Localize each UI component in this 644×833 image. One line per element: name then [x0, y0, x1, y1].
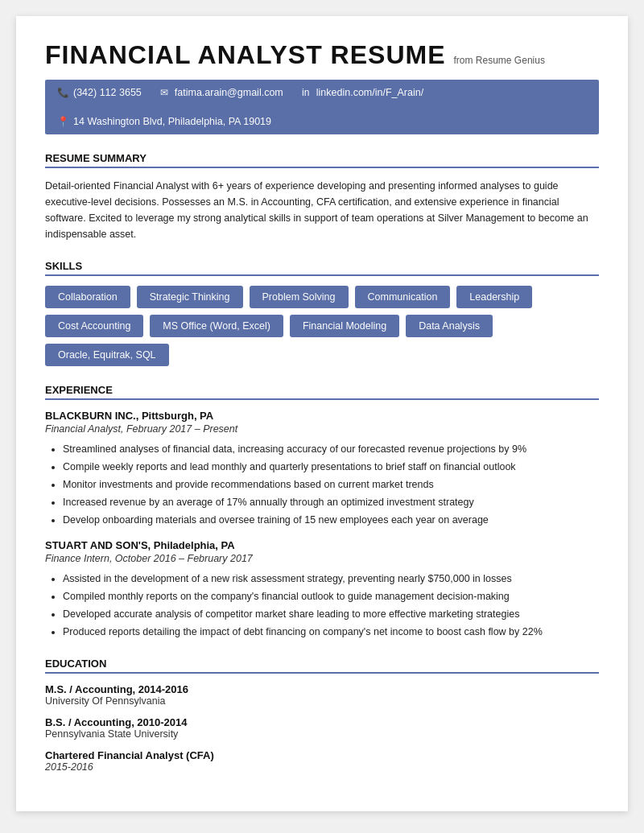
experience-title: EXPERIENCE: [45, 384, 599, 400]
email-icon: ✉: [158, 86, 171, 99]
location-icon: 📍: [56, 115, 69, 128]
summary-text: Detail-oriented Financial Analyst with 6…: [45, 178, 599, 242]
experience-entry: BLACKBURN INC., Pittsburgh, PAFinancial …: [45, 410, 599, 528]
exp-bullets: Streamlined analyses of financial data, …: [45, 441, 599, 528]
contact-email: ✉ fatima.arain@gmail.com: [158, 86, 283, 99]
exp-role: Financial Analyst, February 2017 – Prese…: [45, 423, 599, 435]
phone-text: (342) 112 3655: [73, 87, 142, 98]
skill-tag: Problem Solving: [250, 286, 349, 308]
education-entry: Chartered Financial Analyst (CFA)2015-20…: [45, 749, 599, 773]
linkedin-text: linkedin.com/in/F_Arain/: [316, 87, 423, 98]
education-entry: M.S. / Accounting, 2014-2016University O…: [45, 683, 599, 707]
skill-tag: Data Analysis: [406, 315, 493, 337]
experience-entry: STUART AND SON'S, Philadelphia, PAFinanc…: [45, 539, 599, 640]
linkedin-icon: in: [299, 86, 312, 99]
skill-tag: Strategic Thinking: [137, 286, 243, 308]
exp-company: BLACKBURN INC., Pittsburgh, PA: [45, 410, 599, 422]
contact-bar: 📞 (342) 112 3655 ✉ fatima.arain@gmail.co…: [45, 80, 599, 134]
skills-section: SKILLS CollaborationStrategic ThinkingPr…: [45, 260, 599, 366]
skills-grid: CollaborationStrategic ThinkingProblem S…: [45, 286, 599, 366]
exp-company: STUART AND SON'S, Philadelphia, PA: [45, 539, 599, 551]
exp-bullet: Compiled monthly reports on the company'…: [63, 588, 599, 604]
summary-title: RESUME SUMMARY: [45, 152, 599, 168]
contact-phone: 📞 (342) 112 3655: [56, 86, 142, 99]
exp-bullet: Monitor investments and provide recommen…: [63, 476, 599, 493]
email-text: fatima.arain@gmail.com: [175, 87, 283, 98]
edu-school: Pennsylvania State University: [45, 728, 599, 740]
exp-bullet: Developed accurate analysis of competito…: [63, 606, 599, 622]
experience-section: EXPERIENCE BLACKBURN INC., Pittsburgh, P…: [45, 384, 599, 640]
skill-tag: Cost Accounting: [45, 315, 143, 337]
contact-address: 📍 14 Washington Blvd, Philadelphia, PA 1…: [56, 115, 271, 128]
edu-degree: B.S. / Accounting, 2010-2014: [45, 716, 599, 728]
edu-degree: Chartered Financial Analyst (CFA): [45, 749, 599, 761]
exp-bullet: Assisted in the development of a new ris…: [63, 571, 599, 587]
from-label: from Resume Genius: [454, 55, 545, 66]
skill-tag: Leadership: [456, 286, 532, 308]
education-title: EDUCATION: [45, 658, 599, 674]
exp-bullet: Compile weekly reports and lead monthly …: [63, 459, 599, 475]
address-text: 14 Washington Blvd, Philadelphia, PA 190…: [73, 116, 271, 127]
header-title-row: FINANCIAL ANALYST RESUME from Resume Gen…: [45, 40, 599, 70]
edu-school: University Of Pennsylvania: [45, 695, 599, 707]
exp-bullets: Assisted in the development of a new ris…: [45, 571, 599, 640]
exp-bullet: Produced reports detailing the impact of…: [63, 624, 599, 640]
skill-tag: Financial Modeling: [290, 315, 399, 337]
skill-tag: Oracle, Equitrak, SQL: [45, 344, 169, 366]
education-entry: B.S. / Accounting, 2010-2014Pennsylvania…: [45, 716, 599, 740]
edu-year: 2015-2016: [45, 761, 599, 773]
edu-degree: M.S. / Accounting, 2014-2016: [45, 683, 599, 695]
skill-tag: MS Office (Word, Excel): [150, 315, 283, 337]
contact-linkedin: in linkedin.com/in/F_Arain/: [299, 86, 423, 99]
exp-bullet: Develop onboarding materials and oversee…: [63, 512, 599, 528]
education-section: EDUCATION M.S. / Accounting, 2014-2016Un…: [45, 658, 599, 773]
skill-tag: Collaboration: [45, 286, 130, 308]
main-title: FINANCIAL ANALYST RESUME: [45, 40, 446, 70]
exp-bullet: Increased revenue by an average of 17% a…: [63, 494, 599, 510]
skill-tag: Communication: [355, 286, 451, 308]
exp-bullet: Streamlined analyses of financial data, …: [63, 441, 599, 457]
skills-title: SKILLS: [45, 260, 599, 276]
resume-container: FINANCIAL ANALYST RESUME from Resume Gen…: [16, 16, 628, 811]
phone-icon: 📞: [56, 86, 69, 99]
resume-summary-section: RESUME SUMMARY Detail-oriented Financial…: [45, 152, 599, 242]
exp-role: Finance Intern, October 2016 – February …: [45, 553, 599, 564]
